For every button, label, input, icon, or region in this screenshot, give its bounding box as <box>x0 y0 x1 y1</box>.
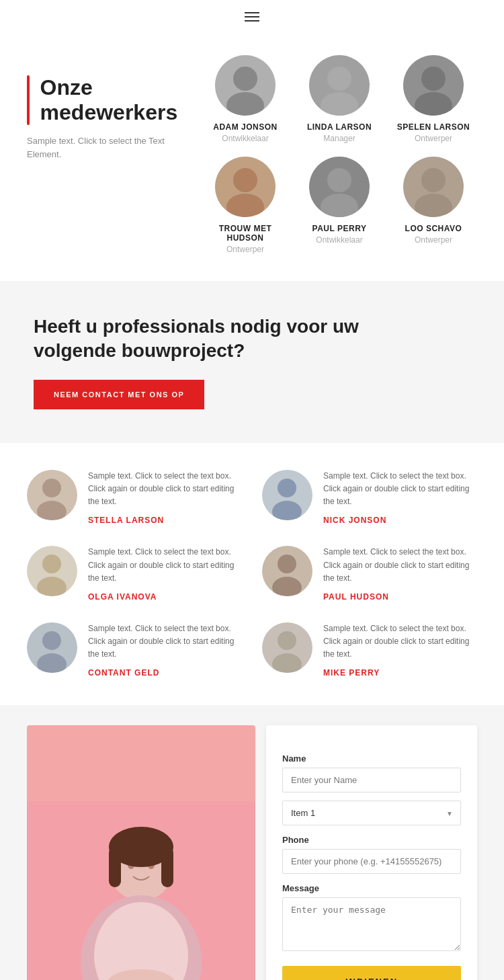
svg-point-23 <box>272 653 302 673</box>
svg-point-3 <box>321 92 358 116</box>
svg-point-21 <box>37 653 67 673</box>
svg-point-19 <box>272 577 302 596</box>
member-name: PAUL PERRY <box>312 224 367 233</box>
staff-name[interactable]: NICK JONSON <box>323 516 386 525</box>
staff-description: Sample text. Click to select the text bo… <box>323 470 477 509</box>
staff-description: Sample text. Click to select the text bo… <box>88 470 242 509</box>
svg-point-13 <box>37 501 67 520</box>
item-select[interactable]: Item 1 Item 2 Item 3 <box>282 801 461 825</box>
avatar <box>403 55 464 116</box>
staff-info: Sample text. Click to select the text bo… <box>88 470 242 526</box>
staff-info: Sample text. Click to select the text bo… <box>323 470 477 526</box>
svg-point-8 <box>327 168 351 192</box>
team-member: TROUW MET HUDSON Ontwerper <box>202 157 289 254</box>
list-item: Sample text. Click to select the text bo… <box>27 546 242 602</box>
staff-name[interactable]: CONTANT GELD <box>88 668 159 678</box>
staff-info: Sample text. Click to select the text bo… <box>88 546 242 602</box>
svg-point-18 <box>278 555 296 573</box>
member-role: Manager <box>323 134 355 143</box>
form-image <box>27 725 255 980</box>
member-role: Ontwikkelaar <box>316 235 362 245</box>
svg-point-2 <box>327 67 351 91</box>
member-name: SPELEN LARSON <box>397 122 470 132</box>
team-grid: ADAM JONSON Ontwikkelaar LINDA LARSON Ma… <box>202 55 477 254</box>
avatar <box>27 470 77 520</box>
cta-title: Heeft u professionals nodig voor uw volg… <box>34 315 370 364</box>
avatar <box>262 470 312 520</box>
svg-point-17 <box>37 577 67 596</box>
red-accent-bar <box>27 75 30 125</box>
svg-point-12 <box>42 479 61 497</box>
svg-point-7 <box>226 194 264 217</box>
submit-button[interactable]: INDIENEN <box>282 966 461 980</box>
staff-description: Sample text. Click to select the text bo… <box>323 546 477 585</box>
member-name: TROUW MET HUDSON <box>202 224 289 243</box>
staff-grid: Sample text. Click to select the text bo… <box>27 470 477 679</box>
avatar <box>262 546 312 596</box>
team-member: ADAM JONSON Ontwikkelaar <box>202 55 289 143</box>
name-label: Name <box>282 753 461 764</box>
list-item: Sample text. Click to select the text bo… <box>27 470 242 526</box>
svg-point-16 <box>42 555 61 573</box>
svg-point-4 <box>421 67 446 91</box>
svg-point-5 <box>415 92 452 116</box>
avatar <box>309 157 370 217</box>
svg-rect-31 <box>109 847 121 887</box>
svg-point-6 <box>233 168 257 192</box>
svg-point-0 <box>233 67 257 91</box>
member-role: Ontwerper <box>226 245 264 254</box>
svg-point-1 <box>226 92 264 116</box>
message-textarea[interactable] <box>282 897 461 951</box>
avatar <box>215 157 276 217</box>
svg-point-20 <box>42 631 61 650</box>
staff-info: Sample text. Click to select the text bo… <box>323 622 477 679</box>
phone-input[interactable] <box>282 849 461 874</box>
team-intro: Onze medewerkers Sample text. Click to s… <box>27 55 181 254</box>
list-item: Sample text. Click to select the text bo… <box>262 470 477 526</box>
member-name: LOO SCHAVO <box>405 224 462 233</box>
staff-name[interactable]: OLGA IVANOVA <box>88 592 157 602</box>
avatar <box>27 622 77 673</box>
staff-section: Sample text. Click to select the text bo… <box>0 443 504 706</box>
site-header <box>0 0 504 28</box>
avatar <box>27 546 77 596</box>
team-member: SPELEN LARSON Ontwerper <box>390 55 477 143</box>
team-subtitle: Sample text. Click to select the Text El… <box>27 134 181 163</box>
member-name: ADAM JONSON <box>213 122 278 132</box>
cta-section: Heeft u professionals nodig voor uw volg… <box>0 281 504 443</box>
team-member: PAUL PERRY Ontwikkelaar <box>296 157 383 254</box>
list-item: Sample text. Click to select the text bo… <box>262 622 477 679</box>
staff-description: Sample text. Click to select the text bo… <box>88 546 242 585</box>
contact-button[interactable]: NEEM CONTACT MET ONS OP <box>34 380 204 409</box>
staff-info: Sample text. Click to select the text bo… <box>323 546 477 602</box>
staff-name[interactable]: MIKE PERRY <box>323 668 380 678</box>
svg-point-11 <box>415 194 452 217</box>
member-role: Ontwerper <box>415 134 452 143</box>
team-member: LOO SCHAVO Ontwerper <box>390 157 477 254</box>
svg-point-10 <box>421 168 446 192</box>
staff-description: Sample text. Click to select the text bo… <box>88 622 242 661</box>
menu-toggle[interactable] <box>245 12 259 22</box>
svg-rect-32 <box>161 847 173 887</box>
svg-point-15 <box>272 501 302 520</box>
svg-point-22 <box>278 631 296 650</box>
list-item: Sample text. Click to select the text bo… <box>262 546 477 602</box>
avatar <box>309 55 370 116</box>
contact-form-section: Name Item 1 Item 2 Item 3 Phone Message … <box>0 705 504 980</box>
name-input[interactable] <box>282 768 461 792</box>
team-section: Onze medewerkers Sample text. Click to s… <box>0 28 504 281</box>
svg-point-14 <box>278 479 296 497</box>
message-label: Message <box>282 883 461 893</box>
member-role: Ontwikkelaar <box>222 134 268 143</box>
avatar <box>403 157 464 217</box>
staff-name[interactable]: STELLA LARSON <box>88 516 164 525</box>
member-name: LINDA LARSON <box>307 122 372 132</box>
staff-info: Sample text. Click to select the text bo… <box>88 622 242 679</box>
staff-description: Sample text. Click to select the text bo… <box>323 622 477 661</box>
phone-label: Phone <box>282 835 461 845</box>
staff-name[interactable]: PAUL HUDSON <box>323 592 389 602</box>
select-wrapper: Item 1 Item 2 Item 3 <box>282 801 461 825</box>
avatar <box>215 55 276 116</box>
member-role: Ontwerper <box>415 235 452 245</box>
svg-point-9 <box>321 194 358 217</box>
